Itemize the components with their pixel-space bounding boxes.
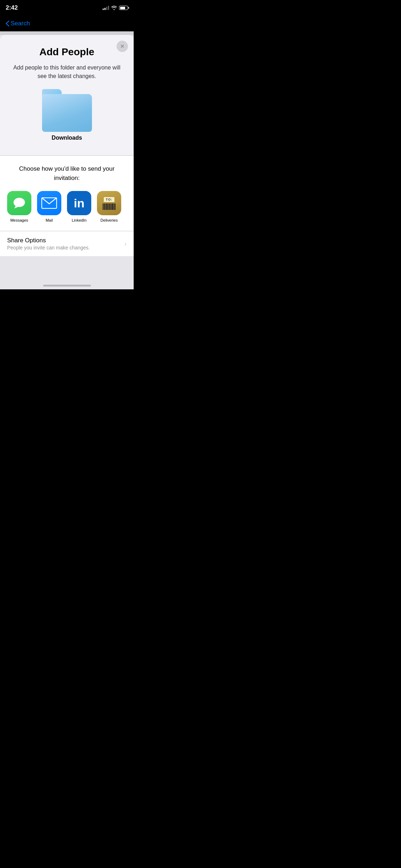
- modal-sheet: ✕ Add People Add people to this folder a…: [0, 35, 134, 289]
- back-button[interactable]: Search: [6, 20, 30, 27]
- modal-top-section: Add People Add people to this folder and…: [0, 35, 134, 155]
- top-peek: [0, 31, 134, 35]
- close-button[interactable]: ✕: [117, 41, 128, 52]
- back-label: Search: [11, 20, 30, 27]
- home-indicator: [43, 285, 91, 286]
- main-content: ✕ Add People Add people to this folder a…: [0, 31, 134, 289]
- wifi-icon: [111, 6, 117, 10]
- linkedin-icon: in: [67, 191, 91, 215]
- share-app-linkedin[interactable]: in LinkedIn: [67, 191, 91, 222]
- linkedin-label: LinkedIn: [72, 218, 87, 222]
- nav-bar: Search: [0, 16, 134, 31]
- svg-point-0: [14, 198, 25, 207]
- share-app-mail[interactable]: Mail: [37, 191, 61, 222]
- share-options-subtitle: People you invite can make changes.: [7, 245, 124, 250]
- status-time: 2:42: [6, 4, 18, 11]
- invitation-section: Choose how you'd like to send your invit…: [0, 156, 134, 231]
- battery-icon: [119, 6, 128, 10]
- folder-name: Downloads: [52, 135, 82, 141]
- status-bar: 2:42: [0, 0, 134, 16]
- modal-title: Add People: [9, 46, 125, 58]
- messages-label: Messages: [10, 218, 28, 222]
- share-options-section[interactable]: Share Options People you invite can make…: [0, 231, 134, 256]
- chevron-right-icon: ›: [124, 240, 127, 248]
- folder-body: [42, 94, 92, 132]
- deliveries-icon: TO:: [97, 191, 121, 215]
- status-icons: [103, 6, 128, 10]
- invitation-title: Choose how you'd like to send your invit…: [7, 164, 127, 182]
- share-options-text: Share Options People you invite can make…: [7, 237, 124, 250]
- share-app-messages[interactable]: Messages: [7, 191, 31, 222]
- messages-icon: [7, 191, 31, 215]
- share-apps-row: Messages Mail in: [7, 191, 127, 224]
- share-options-title: Share Options: [7, 237, 124, 244]
- mail-icon: [37, 191, 61, 215]
- signal-icon: [103, 6, 109, 10]
- share-app-deliveries[interactable]: TO:: [97, 191, 121, 222]
- modal-description: Add people to this folder and everyone w…: [9, 63, 125, 81]
- mail-label: Mail: [46, 218, 53, 222]
- folder-container: Downloads: [9, 89, 125, 141]
- deliveries-label: Deliveries: [101, 218, 118, 222]
- close-icon: ✕: [120, 43, 124, 49]
- folder-icon: [42, 89, 92, 132]
